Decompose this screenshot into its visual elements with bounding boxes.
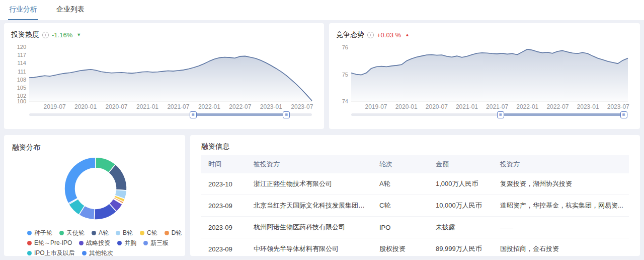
svg-text:2022-01: 2022-01	[516, 103, 538, 110]
financing-info-card: 融资信息 时间被投资方轮次金额投资方 2023-10浙江正熙生物技术有限公司A轮…	[190, 135, 640, 256]
donut-slice-种子轮[interactable]	[64, 157, 96, 204]
financing-distribution-donut-chart[interactable]	[12, 153, 177, 227]
svg-text:75: 75	[342, 72, 348, 78]
legend-item-种子轮[interactable]: 种子轮	[27, 229, 52, 237]
financing-info-table: 时间被投资方轮次金额投资方 2023-10浙江正熙生物技术有限公司A轮1,000…	[201, 155, 629, 260]
competition-datazoom-slider[interactable]: ≡≡	[351, 111, 628, 119]
legend-item-并购[interactable]: 并购	[117, 239, 136, 247]
table-row[interactable]: 2023-09北京当红齐天国际文化科技发展集团有限...C轮10,000万人民币…	[201, 195, 629, 217]
svg-text:2020-07: 2020-07	[426, 103, 448, 110]
table-cell: 北京当红齐天国际文化科技发展集团有限...	[247, 195, 372, 217]
table-column-header: 被投资方	[247, 155, 372, 173]
table-cell: 复聚投资，湖州协兴投资	[493, 173, 629, 195]
legend-dot	[82, 251, 87, 255]
table-cell: 杭州阿诺生物医药科技有限公司	[247, 217, 372, 238]
financing-distribution-card: 融资分布 种子轮天使轮A轮B轮C轮D轮E轮～Pre-IPO战略投资并购新三板IP…	[4, 135, 185, 256]
legend-label: B轮	[123, 229, 133, 237]
legend-dot	[79, 241, 84, 245]
info-icon[interactable]: i	[367, 32, 374, 38]
table-cell: ——	[493, 217, 629, 238]
legend-dot	[116, 231, 120, 235]
top-tab-bar: 行业分析 企业列表	[0, 0, 644, 20]
svg-text:2022-07: 2022-07	[229, 103, 251, 110]
svg-text:2022-01: 2022-01	[198, 103, 220, 110]
trend-down-icon: ▼	[76, 32, 81, 37]
datazoom-selected-range[interactable]	[193, 113, 286, 116]
competition-change: +0.03 %	[377, 31, 401, 39]
table-row[interactable]: 2023-09中环领先半导体材料有限公司股权投资89,999万人民币国投招商，金…	[201, 238, 629, 260]
svg-text:108: 108	[17, 77, 26, 83]
svg-text:120: 120	[17, 44, 26, 50]
datazoom-right-handle[interactable]: ≡	[283, 111, 290, 118]
legend-item-其他轮次[interactable]: 其他轮次	[82, 249, 113, 257]
legend-label: 其他轮次	[89, 249, 113, 257]
svg-text:2021-01: 2021-01	[456, 103, 478, 110]
tab-industry-analysis[interactable]: 行业分析	[8, 0, 38, 20]
table-cell: 2023-10	[201, 173, 247, 195]
legend-dot	[59, 231, 64, 235]
legend-dot	[27, 241, 32, 245]
svg-text:2023-07: 2023-07	[291, 103, 313, 110]
svg-text:2023-07: 2023-07	[607, 103, 629, 110]
legend-dot	[27, 251, 32, 255]
svg-text:2021-07: 2021-07	[486, 103, 508, 110]
svg-text:111: 111	[18, 69, 26, 75]
legend-dot	[140, 231, 144, 235]
table-cell: 2023-09	[201, 238, 247, 260]
investment-heat-card: 投资热度 i -1.16% ▼ 120117114111108105102100…	[4, 23, 324, 129]
table-row[interactable]: 2023-10浙江正熙生物技术有限公司A轮1,000万人民币复聚投资，湖州协兴投…	[201, 173, 629, 195]
legend-item-新三板[interactable]: 新三板	[143, 239, 169, 247]
datazoom-selected-range[interactable]	[501, 113, 624, 116]
legend-label: IPO上市及以后	[34, 249, 75, 257]
financing-info-title: 融资信息	[201, 142, 629, 151]
info-icon[interactable]: i	[42, 32, 49, 38]
investment-heat-change: -1.16%	[52, 31, 72, 39]
datazoom-left-handle[interactable]: ≡	[497, 111, 504, 118]
legend-label: 新三板	[150, 239, 169, 247]
table-cell: IPO	[372, 217, 429, 238]
svg-text:2022-07: 2022-07	[546, 103, 569, 110]
legend-item-IPO上市及以后[interactable]: IPO上市及以后	[27, 249, 75, 257]
legend-dot	[117, 241, 122, 245]
legend-item-战略投资[interactable]: 战略投资	[79, 239, 110, 247]
table-column-header: 投资方	[493, 155, 629, 173]
financing-distribution-legend: 种子轮天使轮A轮B轮C轮D轮E轮～Pre-IPO战略投资并购新三板IPO上市及以…	[12, 228, 177, 258]
table-cell: 道昭资产，华控基金，杭实集团，网易资...	[493, 195, 629, 217]
datazoom-left-handle[interactable]: ≡	[190, 111, 197, 118]
investment-heat-title: 投资热度	[11, 30, 39, 39]
table-cell: 国投招商，金石投资	[493, 238, 629, 260]
investment-heat-chart[interactable]: 1201171141111081051021002019-072020-0120…	[11, 40, 317, 112]
table-cell: 2023-09	[201, 217, 247, 238]
investment-heat-datazoom-slider[interactable]: ≡≡	[29, 111, 312, 119]
legend-item-天使轮[interactable]: 天使轮	[59, 229, 85, 237]
legend-label: 种子轮	[34, 229, 52, 237]
svg-text:2020-07: 2020-07	[105, 103, 127, 110]
legend-item-D轮[interactable]: D轮	[165, 229, 182, 237]
table-cell: 中环领先半导体材料有限公司	[247, 238, 372, 260]
svg-text:2019-07: 2019-07	[44, 103, 66, 110]
legend-item-C轮[interactable]: C轮	[140, 229, 157, 237]
legend-label: 并购	[124, 239, 136, 247]
competition-chart[interactable]: 7675742019-072020-012020-072021-012021-0…	[336, 40, 633, 112]
dashboard: 投资热度 i -1.16% ▼ 120117114111108105102100…	[0, 20, 644, 260]
table-cell: 股权投资	[372, 238, 429, 260]
table-cell: 1,000万人民币	[429, 173, 493, 195]
svg-text:2020-01: 2020-01	[395, 103, 418, 110]
svg-text:100: 100	[17, 98, 26, 104]
table-cell: 未披露	[429, 217, 493, 238]
datazoom-right-handle[interactable]: ≡	[620, 111, 627, 118]
svg-text:76: 76	[342, 44, 348, 50]
table-column-header: 金额	[429, 155, 493, 173]
legend-item-B轮[interactable]: B轮	[116, 229, 133, 237]
table-cell: 89,999万人民币	[429, 238, 493, 260]
legend-item-A轮[interactable]: A轮	[92, 229, 109, 237]
legend-item-E轮～Pre-IPO[interactable]: E轮～Pre-IPO	[27, 239, 72, 247]
legend-dot	[92, 231, 96, 235]
competition-card: 竞争态势 i +0.03 % ▲ 7675742019-072020-01202…	[329, 23, 640, 129]
svg-text:2023-01: 2023-01	[260, 103, 282, 110]
table-row[interactable]: 2023-09杭州阿诺生物医药科技有限公司IPO未披露——	[201, 217, 629, 238]
tab-enterprise-list[interactable]: 企业列表	[55, 0, 86, 20]
trend-up-icon: ▲	[405, 32, 410, 37]
svg-text:2021-01: 2021-01	[136, 103, 158, 110]
legend-dot	[27, 231, 32, 235]
